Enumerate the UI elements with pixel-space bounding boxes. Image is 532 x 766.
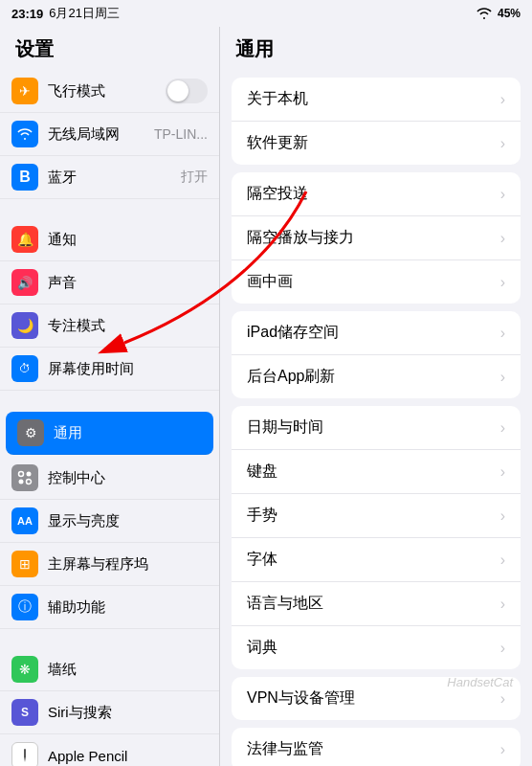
content-item-label-pip: 画中画	[247, 272, 293, 292]
content-section-6: 法律与监管 ›	[232, 728, 521, 766]
airplane-toggle[interactable]	[166, 79, 208, 103]
chevron-softwareupdate: ›	[500, 135, 505, 152]
content-item-keyboard[interactable]: 键盘 ›	[232, 450, 521, 494]
content-title: 通用	[220, 27, 532, 70]
sidebar-item-label-accessibility: 辅助功能	[48, 598, 105, 617]
wifi-icon	[477, 8, 492, 19]
display-icon: AA	[11, 507, 38, 534]
wifi-setting-icon	[11, 121, 38, 147]
content-item-label-keyboard: 键盘	[247, 462, 277, 482]
chevron-legal: ›	[500, 741, 505, 758]
status-bar-left: 23:19 6月21日周三	[11, 5, 120, 22]
main-container: 设置 ✈ 飞行模式 无线局域网	[0, 27, 532, 766]
sidebar-item-label-bluetooth: 蓝牙	[48, 169, 77, 187]
sidebar-item-label-wifi: 无线局域网	[48, 125, 120, 144]
sidebar: 设置 ✈ 飞行模式 无线局域网	[0, 27, 220, 766]
chevron-vpn: ›	[500, 690, 505, 708]
chevron-ipad-storage: ›	[500, 325, 505, 342]
content-item-fonts[interactable]: 字体 ›	[232, 538, 521, 582]
status-time: 23:19	[11, 7, 43, 21]
chevron-gestures: ›	[500, 507, 505, 525]
accessibility-icon: ⓘ	[11, 594, 38, 620]
notification-icon: 🔔	[11, 226, 38, 253]
sidebar-item-accessibility[interactable]: ⓘ 辅助功能	[0, 586, 219, 629]
content-item-label-about: 关于本机	[247, 89, 308, 109]
content-item-label-dictionary: 词典	[247, 638, 277, 658]
content-item-label-gestures: 手势	[247, 506, 277, 526]
sidebar-item-label-general: 通用	[54, 424, 82, 442]
svg-point-0	[19, 472, 24, 477]
sidebar-item-focus[interactable]: 🌙 专注模式	[0, 304, 219, 348]
content-item-label-background-refresh: 后台App刷新	[247, 367, 335, 387]
sidebar-item-bluetooth[interactable]: B 蓝牙 打开	[0, 156, 219, 199]
status-bar-right: 45%	[477, 7, 521, 20]
wallpaper-icon: ❋	[11, 656, 38, 683]
sidebar-item-sublabel-wifi: TP-LIN...	[154, 126, 208, 142]
sidebar-item-label-controlcenter: 控制中心	[48, 469, 105, 487]
airplane-icon: ✈	[11, 78, 38, 104]
content-item-background-refresh[interactable]: 后台App刷新 ›	[232, 355, 521, 398]
chevron-airdrop: ›	[500, 186, 505, 203]
sidebar-item-airplane[interactable]: ✈ 飞行模式	[0, 70, 219, 113]
sidebar-item-label-notification: 通知	[48, 231, 77, 249]
sidebar-item-controlcenter[interactable]: 控制中心	[0, 457, 219, 500]
sidebar-item-wifi[interactable]: 无线局域网 TP-LIN...	[0, 113, 219, 156]
content-item-label-legal: 法律与监管	[247, 739, 323, 759]
sidebar-item-label-wallpaper: 墙纸	[48, 661, 77, 679]
content-item-dictionary[interactable]: 词典 ›	[232, 626, 521, 669]
screentime-icon: ⏱	[11, 355, 38, 382]
content-section-1: 关于本机 › 软件更新 ›	[232, 78, 521, 165]
content-item-pip[interactable]: 画中画 ›	[232, 260, 521, 304]
content-item-label-fonts: 字体	[247, 550, 277, 570]
chevron-about: ›	[500, 91, 505, 108]
content-item-about[interactable]: 关于本机 ›	[232, 78, 521, 122]
svg-point-1	[27, 472, 32, 477]
chevron-background-refresh: ›	[500, 369, 505, 386]
sidebar-item-display[interactable]: AA 显示与亮度	[0, 500, 219, 543]
sidebar-item-siri[interactable]: S Siri与搜索	[0, 691, 219, 734]
content-item-label-datetime: 日期与时间	[247, 417, 323, 438]
sidebar-item-notification[interactable]: 🔔 通知	[0, 218, 219, 261]
chevron-datetime: ›	[500, 419, 505, 437]
content-section-4: 日期与时间 › 键盘 › 手势 › 字体 › 语言与地区 ›	[232, 406, 521, 669]
sidebar-item-sublabel-bluetooth: 打开	[181, 169, 208, 186]
svg-point-3	[27, 480, 32, 484]
sidebar-item-screentime[interactable]: ⏱ 屏幕使用时间	[0, 348, 219, 391]
sidebar-separator-3	[0, 629, 219, 648]
sidebar-item-label-sound: 声音	[48, 274, 77, 292]
siri-icon: S	[11, 699, 38, 726]
content-item-gestures[interactable]: 手势 ›	[232, 494, 521, 538]
chevron-airplay: ›	[500, 230, 505, 247]
content-item-softwareupdate[interactable]: 软件更新 ›	[232, 122, 521, 165]
sidebar-item-applepencil[interactable]: Apple Pencil	[0, 734, 219, 766]
focus-icon: 🌙	[11, 312, 38, 339]
sidebar-item-label-siri: Siri与搜索	[48, 704, 112, 722]
content-item-label-ipad-storage: iPad储存空间	[247, 323, 339, 343]
content-pane: 通用 关于本机 › 软件更新 › 隔空投送 › 隔空播放与接	[220, 27, 532, 766]
controlcenter-icon	[11, 464, 38, 491]
sidebar-separator-1	[0, 199, 219, 218]
sidebar-item-homescreen[interactable]: ⊞ 主屏幕与程序坞	[0, 543, 219, 586]
content-item-legal[interactable]: 法律与监管 ›	[232, 728, 521, 766]
chevron-language: ›	[500, 596, 505, 613]
battery-level: 45%	[498, 7, 521, 20]
homescreen-icon: ⊞	[11, 551, 38, 577]
sidebar-item-label-display: 显示与亮度	[48, 512, 120, 530]
chevron-dictionary: ›	[500, 640, 505, 657]
content-item-ipad-storage[interactable]: iPad储存空间 ›	[232, 311, 521, 355]
sidebar-item-sound[interactable]: 🔊 声音	[0, 261, 219, 304]
sidebar-item-general[interactable]: ⚙ 通用	[6, 412, 213, 455]
sound-icon: 🔊	[11, 269, 38, 296]
sidebar-item-wallpaper[interactable]: ❋ 墙纸	[0, 648, 219, 691]
chevron-pip: ›	[500, 274, 505, 291]
svg-point-2	[19, 480, 24, 484]
content-item-datetime[interactable]: 日期与时间 ›	[232, 406, 521, 450]
sidebar-item-label-screentime: 屏幕使用时间	[48, 360, 134, 378]
sidebar-title: 设置	[0, 27, 219, 70]
content-item-airdrop[interactable]: 隔空投送 ›	[232, 172, 521, 216]
content-item-language[interactable]: 语言与地区 ›	[232, 582, 521, 626]
sidebar-item-label-homescreen: 主屏幕与程序坞	[48, 555, 148, 574]
status-date: 6月21日周三	[49, 5, 120, 22]
content-item-airplay[interactable]: 隔空播放与接力 ›	[232, 216, 521, 260]
status-bar: 23:19 6月21日周三 45%	[0, 0, 532, 27]
